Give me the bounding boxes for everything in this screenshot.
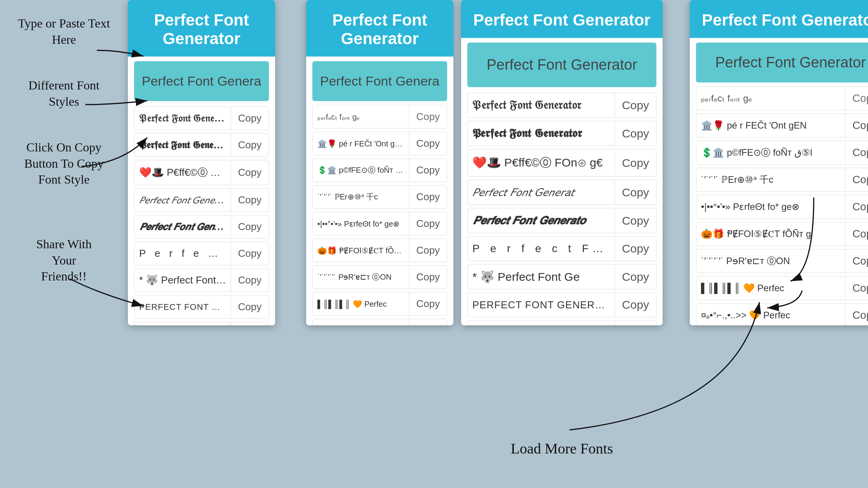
p2-copy-button-6[interactable]: Copy: [409, 266, 447, 289]
partial-font-row: ₚₑᵣfₑcₜ fₒₙₜ gₑ Copy: [312, 105, 447, 129]
font-row-8: PERFECT FONT GENERATOR Copy: [134, 295, 269, 319]
copy-button-9[interactable]: Copy: [231, 322, 269, 325]
p3-font-text-6: P e r f e c t F o n t: [468, 237, 615, 260]
p3-copy-button-9[interactable]: Copy: [615, 321, 656, 326]
font-text-4: 𝘗𝘦𝘳𝘧𝘦𝘤𝘵 𝘍𝘰𝘯𝘵 𝘎𝘦𝘯𝘦𝘳𝘢𝘵: [134, 189, 231, 211]
font-row-2: 𝕻𝖊𝖗𝖋𝖊𝖈𝖙 𝕱𝖔𝖓𝖙 𝕲𝖊𝖓𝖊𝖗𝖆𝖙𝖔𝖗 Copy: [134, 133, 269, 157]
p3-font-row-5: 𝙋𝙚𝙧𝙛𝙚𝙘𝙩 𝙁𝙤𝙣𝙩 𝙂𝙚𝙣𝙚𝙧𝙖𝙩𝙤 Copy: [467, 208, 656, 233]
copy-button-5[interactable]: Copy: [231, 215, 269, 238]
p2-font-text-2: 💲🏛️ p©fFE⊙⓪ foÑт ق⑤l: [313, 160, 409, 181]
font-text-5: 𝙋𝙚𝙧𝙛𝙚𝙘𝙩 𝙁𝙤𝙣𝙩 𝙂𝙚𝙣𝙚𝙧𝙖𝙩𝙤: [134, 216, 231, 238]
font-text-2: 𝕻𝖊𝖗𝖋𝖊𝖈𝖙 𝕱𝖔𝖓𝖙 𝕲𝖊𝖓𝖊𝖗𝖆𝖙𝖔𝖗: [134, 134, 231, 156]
p2-font-row-8: ¤ₐ•°⌐.,•..>> 🧡 Perfec Copy: [312, 319, 447, 325]
p2-font-row-4: •|••°•'•» PɛrfeΘt fo* ge⊗ Copy: [312, 212, 447, 235]
panel3-body: 𝔓𝔢𝔯𝔣𝔢𝔠𝔱 𝔉𝔬𝔫𝔱 𝔊𝔢𝔫𝔢𝔯𝔞𝔱𝔬𝔯 Copy 𝕻𝖊𝖗𝖋𝖊𝖈𝖙 𝕱𝖔𝖓𝖙…: [461, 38, 663, 325]
p2-copy-button-7[interactable]: Copy: [409, 292, 447, 315]
p3-copy-button-4[interactable]: Copy: [615, 180, 656, 204]
font-row-5: 𝙋𝙚𝙧𝙛𝙚𝙘𝙩 𝙁𝙤𝙣𝙩 𝙂𝙚𝙣𝙚𝙧𝙖𝙩𝙤 Copy: [134, 215, 269, 239]
p3-font-text-8: PERFECT FONT GENERATOR: [468, 294, 615, 316]
p4-font-text-8: ¤ₐ•°⌐.,•..>> 🧡 Perfec: [696, 304, 845, 325]
partial-font-text: ₚₑᵣfₑcₜ fₒₙₜ gₑ: [313, 107, 409, 127]
panel1-header: Perfect Font Generator: [128, 0, 275, 57]
font-text-3: ❤️🎩 P€ff€©⓪ FOn⊙ g€: [134, 160, 231, 185]
partial-copy-button[interactable]: Copy: [409, 105, 447, 128]
p4-font-row-2: 💲🏛️ p©fFE⊙⓪ foÑт ق⑤l Copy: [696, 141, 868, 165]
p3-font-row-9: ɹoʇɐɹǝuǝ⅁ ʇuoℲ ʇɔǝɟɹǝd Copy: [467, 320, 656, 325]
annotation-different-fonts: Different FontStyles: [8, 77, 120, 110]
copy-button-3[interactable]: Copy: [231, 161, 269, 184]
text-input[interactable]: [134, 61, 269, 101]
font-text-6: P e r f e c t F o n t: [134, 242, 231, 265]
p4-font-row-5: 🎃🎁 ⱣɆFOⵏ⑤ɆⲤТ fÕÑт g Copy: [696, 222, 868, 246]
copy-button-7[interactable]: Copy: [231, 269, 269, 292]
p2-copy-button-4[interactable]: Copy: [409, 212, 447, 235]
p4-font-row-3: ˙'˙'˙'˙ ℙEr⊕⑩ᵃ 千c Copy: [696, 168, 868, 192]
p4-partial-copy[interactable]: Copy: [845, 87, 868, 110]
p3-copy-button-8[interactable]: Copy: [615, 293, 656, 317]
panel1-body: 𝔓𝔢𝔯𝔣𝔢𝔠𝔱 𝔉𝔬𝔫𝔱 𝔊𝔢𝔫𝔢𝔯𝔞𝔱𝔬𝔯 Copy 𝕻𝖊𝖗𝖋𝖊𝖈𝖙 𝕱𝖔𝖓𝖙…: [128, 57, 275, 325]
font-text-9: ɹoʇɐɹǝuǝ⅁ ʇuoℲ ʇɔǝɟɹǝd: [134, 322, 231, 325]
p4-font-text-6: ˙'˙'˙'˙'˙ PɘR'ɐ⊏т ⓪ON: [696, 249, 845, 273]
font-row-1: 𝔓𝔢𝔯𝔣𝔢𝔠𝔱 𝔉𝔬𝔫𝔱 𝔊𝔢𝔫𝔢𝔯𝔞𝔱𝔬𝔯 Copy: [134, 107, 269, 130]
p3-copy-button-6[interactable]: Copy: [615, 237, 656, 261]
p4-copy-button-4[interactable]: Copy: [845, 195, 868, 218]
p2-copy-button-1[interactable]: Copy: [409, 132, 447, 155]
p2-copy-button-2[interactable]: Copy: [409, 159, 447, 182]
p4-copy-button-5[interactable]: Copy: [845, 222, 868, 246]
copy-button-6[interactable]: Copy: [231, 242, 269, 265]
p3-copy-button-1[interactable]: Copy: [615, 93, 656, 117]
p4-copy-button-6[interactable]: Copy: [845, 249, 868, 273]
copy-button-1[interactable]: Copy: [231, 107, 269, 130]
p4-partial-row: ₚₑᵣfₑcₜ fₒₙₜ gₑ Copy: [696, 86, 868, 110]
p2-copy-button-8[interactable]: Copy: [409, 319, 447, 325]
p4-font-text-3: ˙'˙'˙'˙ ℙEr⊕⑩ᵃ 千c: [696, 168, 845, 191]
p2-font-row-1: 🏛️🌹 pé r FEČt 'Ont gEN Copy: [312, 132, 447, 155]
p3-font-row-4: 𝘗𝘦𝘳𝘧𝘦𝘤𝘵 𝘍𝘰𝘯𝘵 𝘎𝘦𝘯𝘦𝘳𝘢𝘵 Copy: [467, 180, 656, 205]
p4-copy-button-3[interactable]: Copy: [845, 168, 868, 191]
copy-button-2[interactable]: Copy: [231, 134, 269, 156]
p3-copy-button-7[interactable]: Copy: [615, 265, 656, 289]
p4-font-row-8: ¤ₐ•°⌐.,•..>> 🧡 Perfec Copy: [696, 303, 868, 325]
copy-button-8[interactable]: Copy: [231, 296, 269, 318]
phone-panel-3: Perfect Font Generator 𝔓𝔢𝔯𝔣𝔢𝔠𝔱 𝔉𝔬𝔫𝔱 𝔊𝔢𝔫𝔢…: [461, 0, 663, 325]
p3-font-text-1: 𝔓𝔢𝔯𝔣𝔢𝔠𝔱 𝔉𝔬𝔫𝔱 𝔊𝔢𝔫𝔢𝔯𝔞𝔱𝔬𝔯: [468, 93, 615, 117]
p4-copy-button-1[interactable]: Copy: [845, 114, 868, 137]
p4-font-text-1: 🏛️🌹 pé r FEČt 'Ont gEN: [696, 115, 845, 136]
font-text-8: PERFECT FONT GENERATOR: [134, 297, 231, 318]
p2-copy-button-5[interactable]: Copy: [409, 239, 447, 262]
p4-copy-button-7[interactable]: Copy: [845, 277, 868, 300]
annotation-click-copy: Click On CopyButton To CopyFont Style: [8, 139, 120, 188]
panel3-header: Perfect Font Generator: [461, 0, 663, 38]
font-text-7: * 🐺 Perfect Font Ge: [134, 269, 231, 292]
p4-copy-button-8[interactable]: Copy: [845, 304, 868, 325]
text-input-3[interactable]: [467, 43, 656, 87]
p4-font-row-4: •|••°•'•» PɛrfeΘt fo* ge⊗ Copy: [696, 195, 868, 219]
p2-font-row-7: ▌║▌║▌║ 🧡 Perfec Copy: [312, 292, 447, 316]
p2-font-text-5: 🎃🎁 ⱣɆFOⵏ⑤ɆⲤТ fÕÑт g: [313, 241, 409, 261]
font-row-3: ❤️🎩 P€ff€©⓪ FOn⊙ g€ Copy: [134, 160, 269, 185]
p3-font-text-9: ɹoʇɐɹǝuǝ⅁ ʇuoℲ ʇɔǝɟɹǝd: [468, 321, 615, 325]
p2-copy-button-3[interactable]: Copy: [409, 186, 447, 208]
text-input-2[interactable]: [312, 61, 447, 101]
p4-font-text-7: ▌║▌║▌║ 🧡 Perfec: [696, 277, 845, 299]
p4-font-row-7: ▌║▌║▌║ 🧡 Perfec Copy: [696, 276, 868, 300]
p3-font-text-3: ❤️🎩 P€ff€©⓪ FOn⊙ g€: [468, 149, 615, 176]
p4-font-text-4: •|••°•'•» PɛrfeΘt fo* ge⊗: [696, 196, 845, 218]
p3-font-text-2: 𝕻𝖊𝖗𝖋𝖊𝖈𝖙 𝕱𝖔𝖓𝖙 𝕲𝖊𝖓𝖊𝖗𝖆𝖙𝖔𝖗: [468, 121, 615, 146]
phone-panel-4: Perfect Font Generator ₚₑᵣfₑcₜ fₒₙₜ gₑ C…: [690, 0, 868, 325]
copy-button-4[interactable]: Copy: [231, 189, 269, 211]
p3-font-text-7: * 🐺 Perfect Font Ge: [468, 265, 615, 289]
phone-panel-1: Perfect Font Generator 𝔓𝔢𝔯𝔣𝔢𝔠𝔱 𝔉𝔬𝔫𝔱 𝔊𝔢𝔫𝔢…: [128, 0, 275, 325]
p3-copy-button-5[interactable]: Copy: [615, 209, 656, 233]
phone-panel-2: Perfect Font Generator ₚₑᵣfₑcₜ fₒₙₜ gₑ C…: [306, 0, 453, 325]
p4-copy-button-2[interactable]: Copy: [845, 141, 868, 164]
p3-font-text-5: 𝙋𝙚𝙧𝙛𝙚𝙘𝙩 𝙁𝙤𝙣𝙩 𝙂𝙚𝙣𝙚𝙧𝙖𝙩𝙤: [468, 208, 615, 233]
p2-font-row-6: ˙'˙'˙'˙'˙ PɘR'ɐ⊏т ⓪ON Copy: [312, 265, 447, 289]
p2-font-text-8: ¤ₐ•°⌐.,•..>> 🧡 Perfec: [313, 321, 409, 326]
p3-copy-button-3[interactable]: Copy: [615, 151, 656, 175]
p3-copy-button-2[interactable]: Copy: [615, 122, 656, 146]
p2-font-row-5: 🎃🎁 ⱣɆFOⵏ⑤ɆⲤТ fÕÑт g Copy: [312, 239, 447, 262]
p4-font-row-6: ˙'˙'˙'˙'˙ PɘR'ɐ⊏т ⓪ON Copy: [696, 249, 868, 273]
text-input-4[interactable]: [696, 43, 868, 82]
p4-font-text-2: 💲🏛️ p©fFE⊙⓪ foÑт ق⑤l: [696, 141, 845, 164]
